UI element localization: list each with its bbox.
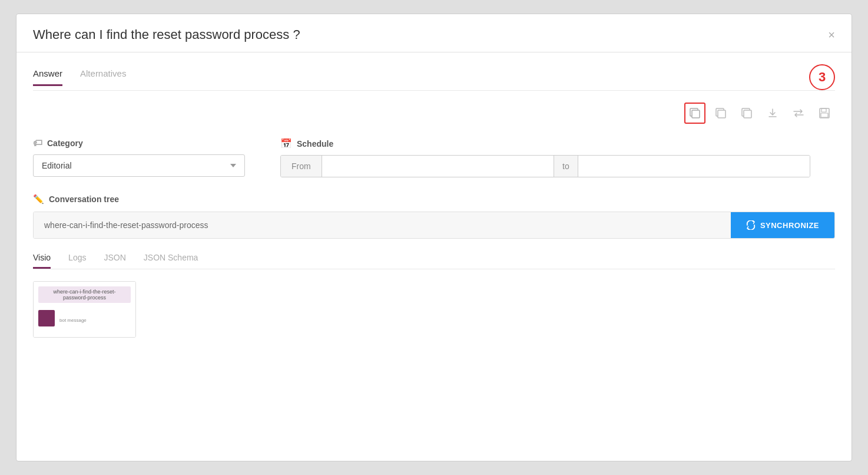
category-label: 🏷 Category xyxy=(33,138,245,149)
modal-title: Where can I find the reset password proc… xyxy=(33,27,300,42)
tab-answer[interactable]: Answer xyxy=(33,68,62,86)
svg-rect-3 xyxy=(718,110,725,118)
subtabs-divider xyxy=(33,269,835,269)
sync-icon xyxy=(746,220,756,230)
svg-rect-7 xyxy=(821,108,826,112)
transfer-icon[interactable] xyxy=(788,103,809,124)
conversation-tree-section: ✏️ Conversation tree where-can-i-find-th… xyxy=(33,194,835,239)
download-icon[interactable] xyxy=(762,103,783,124)
fields-row: 🏷 Category Editorial 📅 Schedule From to xyxy=(33,138,835,177)
edit-pencil-icon: ✏️ xyxy=(33,194,44,204)
tabs-divider xyxy=(33,90,835,91)
visio-card[interactable]: where-can-i-find-the-reset-password-proc… xyxy=(33,281,136,338)
visio-preview: where-can-i-find-the-reset-password-proc… xyxy=(33,281,835,338)
main-tabs: Answer Alternatives xyxy=(33,68,126,86)
save-icon[interactable] xyxy=(814,103,835,124)
modal: Where can I find the reset password proc… xyxy=(16,14,852,461)
visio-card-box xyxy=(38,310,55,326)
schedule-to-input[interactable] xyxy=(578,156,810,177)
category-field-group: 🏷 Category Editorial xyxy=(33,138,245,177)
modal-header: Where can I find the reset password proc… xyxy=(16,14,852,52)
schedule-field-group: 📅 Schedule From to xyxy=(280,138,835,177)
visio-card-label: bot message xyxy=(59,318,87,323)
conversation-tree-title: ✏️ Conversation tree xyxy=(33,194,835,204)
schedule-to-label: to xyxy=(554,156,578,177)
subtab-json-schema[interactable]: JSON Schema xyxy=(144,253,198,269)
svg-rect-1 xyxy=(692,110,700,118)
svg-rect-5 xyxy=(744,110,751,118)
subtab-logs[interactable]: Logs xyxy=(68,253,86,269)
close-button[interactable]: × xyxy=(828,29,835,41)
conversation-row: where-can-i-find-the-reset-password-proc… xyxy=(33,212,835,239)
toolbar xyxy=(33,100,835,124)
toolbar-edit-icon-2[interactable] xyxy=(710,103,731,124)
category-select[interactable]: Editorial xyxy=(33,154,245,177)
schedule-label: 📅 Schedule xyxy=(280,138,835,149)
visio-card-inner: where-can-i-find-the-reset-password-proc… xyxy=(34,282,135,337)
conversation-slug: where-can-i-find-the-reset-password-proc… xyxy=(34,212,731,238)
synchronize-button[interactable]: SYNCHRONIZE xyxy=(731,212,834,238)
badge-count: 3 xyxy=(809,64,835,90)
tab-alternatives[interactable]: Alternatives xyxy=(80,68,126,86)
tabs-row: Answer Alternatives 3 xyxy=(33,64,835,90)
calendar-icon: 📅 xyxy=(280,138,292,149)
toolbar-edit-icon-1[interactable] xyxy=(684,103,705,124)
tag-icon: 🏷 xyxy=(33,138,42,149)
subtab-visio[interactable]: Visio xyxy=(33,253,51,269)
schedule-from-label: From xyxy=(281,156,322,177)
modal-body: Answer Alternatives 3 xyxy=(16,52,852,349)
visio-card-title: where-can-i-find-the-reset-password-proc… xyxy=(38,286,131,303)
subtab-json[interactable]: JSON xyxy=(104,253,125,269)
toolbar-edit-icon-3[interactable] xyxy=(736,103,757,124)
schedule-inputs: From to xyxy=(280,155,810,177)
svg-rect-8 xyxy=(821,113,828,117)
schedule-from-input[interactable] xyxy=(322,156,554,177)
subtabs-row: Visio Logs JSON JSON Schema xyxy=(33,253,835,269)
